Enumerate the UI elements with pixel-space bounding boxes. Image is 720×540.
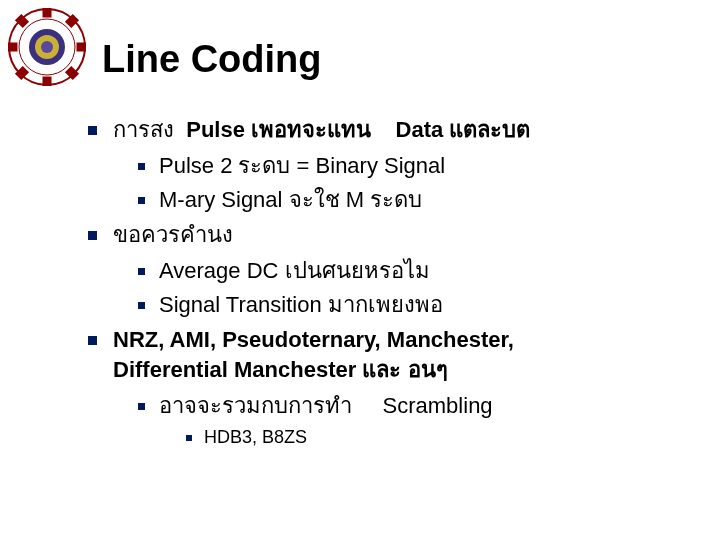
bullet-item: อาจจะรวมกบการทำ Scrambling — [138, 391, 690, 421]
bullet-square-icon — [88, 231, 97, 240]
bullet-square-icon — [138, 302, 145, 309]
slide-content: การสง Pulse เพอทจะแทน Data แตละบต Pulse … — [88, 115, 690, 454]
bullet-item: M-ary Signal จะใช M ระดบ — [138, 185, 690, 215]
bullet-item: Average DC เปนศนยหรอไม — [138, 256, 690, 286]
svg-rect-5 — [17, 16, 27, 26]
svg-rect-2 — [44, 78, 50, 86]
svg-point-12 — [41, 41, 53, 53]
bullet-text: อาจจะรวมกบการทำ Scrambling — [159, 391, 493, 421]
bullet-text: M-ary Signal จะใช M ระดบ — [159, 185, 422, 215]
bullet-text: ขอควรคำนง — [113, 220, 233, 250]
svg-rect-4 — [78, 44, 86, 50]
bullet-square-icon — [138, 268, 145, 275]
svg-rect-1 — [44, 8, 50, 16]
bullet-text: การสง Pulse เพอทจะแทน Data แตละบต — [113, 115, 530, 145]
svg-rect-8 — [67, 68, 77, 78]
bullet-square-icon — [138, 197, 145, 204]
svg-rect-3 — [8, 44, 16, 50]
svg-rect-6 — [67, 16, 77, 26]
slide-title: Line Coding — [102, 38, 322, 81]
bullet-item: การสง Pulse เพอทจะแทน Data แตละบต — [88, 115, 690, 145]
bullet-square-icon — [186, 435, 192, 441]
bullet-text: HDB3, B8ZS — [204, 425, 307, 449]
bullet-item: NRZ, AMI, Pseudoternary, Manchester, Dif… — [88, 325, 690, 384]
bullet-square-icon — [88, 126, 97, 135]
bullet-text: Pulse 2 ระดบ = Binary Signal — [159, 151, 445, 181]
bullet-item: Pulse 2 ระดบ = Binary Signal — [138, 151, 690, 181]
svg-rect-7 — [17, 68, 27, 78]
bullet-text: Average DC เปนศนยหรอไม — [159, 256, 430, 286]
bullet-item: ขอควรคำนง — [88, 220, 690, 250]
bullet-text: Signal Transition มากเพยงพอ — [159, 290, 443, 320]
bullet-item: HDB3, B8ZS — [186, 425, 690, 449]
university-logo-icon — [8, 8, 86, 86]
bullet-text: NRZ, AMI, Pseudoternary, Manchester, Dif… — [113, 325, 514, 384]
bullet-square-icon — [138, 163, 145, 170]
bullet-square-icon — [138, 403, 145, 410]
bullet-item: Signal Transition มากเพยงพอ — [138, 290, 690, 320]
bullet-square-icon — [88, 336, 97, 345]
